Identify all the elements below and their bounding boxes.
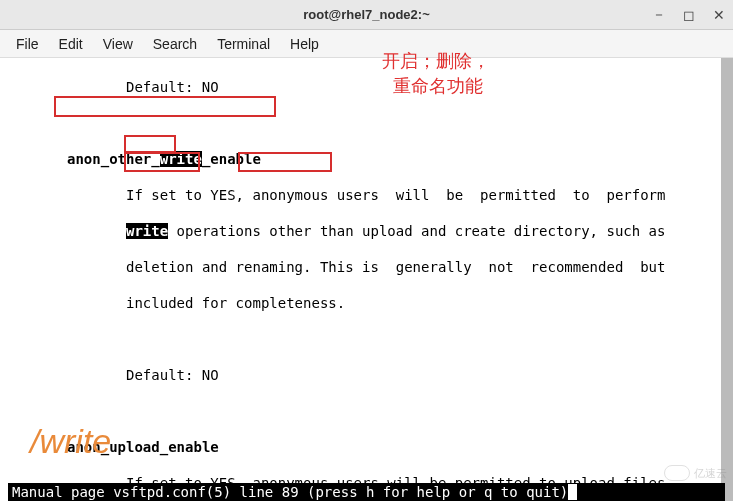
menu-terminal[interactable]: Terminal xyxy=(207,32,280,56)
option-name: anon_other_write_enable xyxy=(8,150,725,168)
menu-search[interactable]: Search xyxy=(143,32,207,56)
text-line: write operations other than upload and c… xyxy=(8,222,725,240)
option-name: anon_upload_enable xyxy=(8,438,725,456)
minimize-button[interactable]: － xyxy=(653,9,665,21)
text-line: Default: NO xyxy=(8,366,725,384)
text-line: Default: NO xyxy=(8,78,725,96)
text-line: deletion and renaming. This is generally… xyxy=(8,258,725,276)
terminal-output[interactable]: Default: NO anon_other_write_enable If s… xyxy=(0,58,733,501)
window-title: root@rhel7_node2:~ xyxy=(0,7,733,22)
text-line: included for completeness. xyxy=(8,294,725,312)
menu-help[interactable]: Help xyxy=(280,32,329,56)
maximize-button[interactable]: ◻ xyxy=(683,9,695,21)
menu-edit[interactable]: Edit xyxy=(49,32,93,56)
menubar: File Edit View Search Terminal Help xyxy=(0,30,733,58)
window-controls: － ◻ ✕ xyxy=(653,9,725,21)
text-line xyxy=(8,402,725,420)
menu-file[interactable]: File xyxy=(6,32,49,56)
cursor xyxy=(568,484,577,500)
menu-view[interactable]: View xyxy=(93,32,143,56)
status-text: Manual page vsftpd.conf(5) line 89 (pres… xyxy=(12,484,568,500)
close-button[interactable]: ✕ xyxy=(713,9,725,21)
watermark-text: 亿速云 xyxy=(694,466,727,481)
watermark-logo-icon xyxy=(664,465,690,481)
text-line xyxy=(8,114,725,132)
watermark: 亿速云 xyxy=(664,465,727,481)
status-bar: Manual page vsftpd.conf(5) line 89 (pres… xyxy=(8,483,725,501)
text-line: If set to YES, anonymous users will be p… xyxy=(8,186,725,204)
titlebar: root@rhel7_node2:~ － ◻ ✕ xyxy=(0,0,733,30)
text-line xyxy=(8,330,725,348)
